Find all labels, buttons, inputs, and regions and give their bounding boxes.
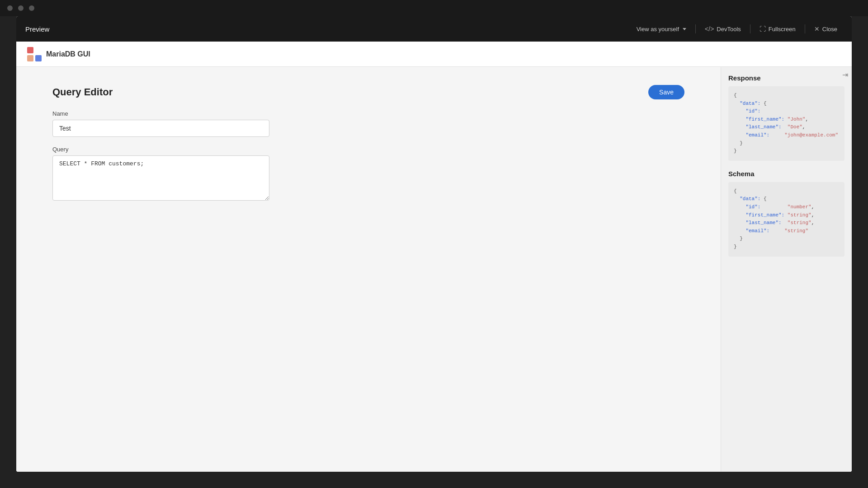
close-label: Close [822,26,837,33]
host-topbar [0,0,868,16]
view-as-yourself-label: View as yourself [637,26,679,33]
logo-square-bottom-right [35,55,42,61]
schema-code-block: { "data": { "id": "number", "first_name"… [728,182,844,257]
query-editor-header: Query Editor Save [52,85,684,99]
response-section: Response { "data": { "id": "first_name":… [728,74,844,161]
chevron-down-icon [683,28,686,30]
preview-title: Preview [25,25,631,33]
response-panel: ⇥ Response { "data": { "id": "first_name… [721,67,852,472]
topbar-dot [7,5,13,11]
header-divider [695,24,696,33]
response-title: Response [728,74,844,82]
save-button[interactable]: Save [648,85,684,99]
close-button[interactable]: ✕ Close [809,23,843,35]
app-main: Query Editor Save Name Query SELECT * FR… [16,67,852,472]
preview-header: Preview View as yourself </> DevTools ⛶ … [16,16,852,42]
schema-section: Schema { "data": { "id": "number", "firs… [728,170,844,257]
view-as-yourself-button[interactable]: View as yourself [631,23,692,35]
name-label: Name [52,110,684,117]
expand-panel-icon[interactable]: ⇥ [842,70,848,79]
query-section: Query Editor Save Name Query SELECT * FR… [16,67,721,472]
schema-title: Schema [728,170,844,178]
close-icon: ✕ [814,25,820,33]
query-textarea[interactable]: SELECT * FROM customers; [52,155,269,201]
header-divider-2 [750,24,750,33]
fullscreen-icon: ⛶ [760,25,766,33]
topbar-dot [29,5,34,11]
name-field-group: Name [52,110,684,137]
fullscreen-button[interactable]: ⛶ Fullscreen [754,23,801,35]
app-name: MariaDB GUI [46,50,90,58]
response-code-block: { "data": { "id": "first_name": "John", … [728,86,844,161]
logo-icon [27,47,42,61]
app-area: MariaDB GUI Query Editor Save Name [16,42,852,472]
logo-square-top-left [27,47,33,53]
header-divider-3 [805,24,805,33]
logo-square-bottom-left [27,55,33,61]
topbar-dot [18,5,24,11]
devtools-label: DevTools [717,26,741,33]
app-logo: MariaDB GUI [27,47,90,61]
app-header: MariaDB GUI [16,42,852,67]
devtools-icon: </> [705,25,714,33]
preview-modal: Preview View as yourself </> DevTools ⛶ … [16,16,852,472]
name-input[interactable] [52,120,269,137]
query-editor-title: Query Editor [52,86,113,98]
query-label: Query [52,146,684,153]
devtools-button[interactable]: </> DevTools [699,23,746,35]
preview-header-actions: View as yourself </> DevTools ⛶ Fullscre… [631,23,843,35]
query-field-group: Query SELECT * FROM customers; [52,146,684,202]
fullscreen-label: Fullscreen [769,26,796,33]
preview-content: MariaDB GUI Query Editor Save Name [16,42,852,472]
